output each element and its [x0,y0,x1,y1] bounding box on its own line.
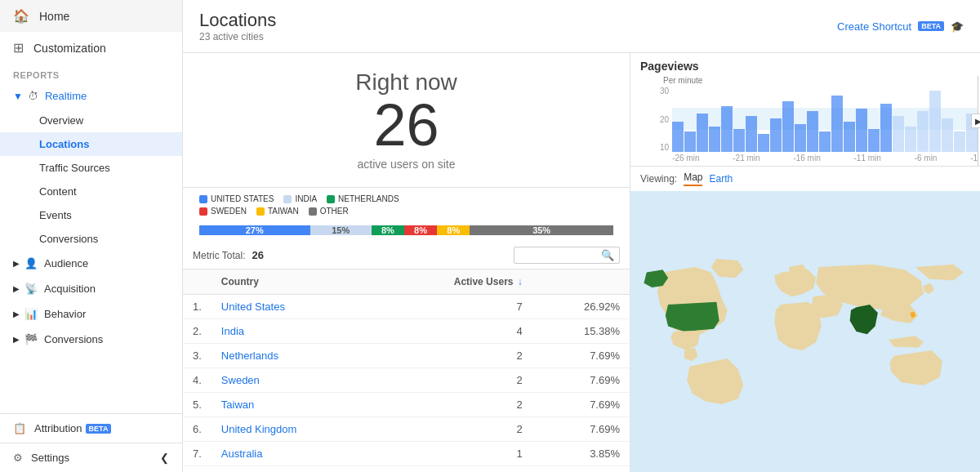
chart-bar-left [733,129,745,152]
chart-chevron-button[interactable]: ▶ [971,114,980,128]
x-label-4: -11 min [854,154,881,163]
user-pct: 15.38% [532,319,630,344]
country-link[interactable]: Taiwan [212,393,378,417]
realtime-icon: ⏱ [28,90,38,102]
country-link[interactable]: France [212,466,378,473]
map-tab-map[interactable]: Map [684,171,702,186]
table-row: 8. France 1 3.85% [183,466,630,473]
sort-icon: ↓ [518,276,523,287]
sidebar-item-settings[interactable]: ⚙ Settings [0,443,147,472]
legend-color-dot [327,195,335,203]
chart-bar-left [770,118,782,152]
metric-total-label: Metric Total: [193,250,245,261]
reports-label: REPORTS [0,64,182,83]
legend-color-dot [283,195,292,203]
country-link[interactable]: Sweden [212,368,378,393]
x-axis-left: -26 min -21 min -16 min -11 min -6 min -… [672,152,978,163]
search-input[interactable] [519,250,601,261]
right-now-section: Right now 26 active users on site [183,53,630,188]
chart-bar-left [844,122,855,153]
sidebar-sub-locations[interactable]: Locations [0,132,182,156]
pageviews-section: Pageviews Per minute 30 20 10 [630,53,980,167]
legend-color-dot [199,195,207,203]
chart-bar-left [684,131,696,152]
chart-bar-left [905,127,916,152]
legend-color-dot [256,207,265,216]
chart-bar-left [746,116,757,152]
chart-bar-left [831,96,843,152]
legend-item: SWEDEN [199,207,247,216]
sidebar-item-attribution[interactable]: 📋 Attribution BETA [0,414,182,443]
sidebar-customization-label: Customization [33,42,106,55]
country-link[interactable]: United Kingdom [212,417,378,442]
user-count: 7 [378,295,532,319]
percent-bar: 35% [470,225,613,235]
x-label-1: -26 min [672,154,699,163]
create-shortcut-button[interactable]: Create Shortcut BETA 🎓 [837,20,964,33]
sidebar-item-realtime[interactable]: ▼ ⏱ Realtime [0,83,182,109]
y-label-30: 30 [660,87,669,96]
map-container [630,191,980,472]
table-row: 3. Netherlands 2 7.69% [183,344,630,368]
row-number: 2. [183,319,212,344]
right-now-subtitle: active users on site [199,158,613,171]
sidebar-sub-traffic-sources[interactable]: Traffic Sources [0,156,182,180]
shortcut-icon: 🎓 [951,20,964,33]
behavior-icon: 📊 [24,308,38,320]
sidebar-sub-content[interactable]: Content [0,180,182,203]
chart-bar-left [697,114,708,152]
sidebar-item-home[interactable]: 🏠 Home [0,0,182,32]
legend-label: INDIA [295,194,317,203]
col-pct-header [532,269,630,295]
user-count: 2 [378,368,532,393]
chart-bar-left [709,127,720,152]
pageviews-title: Pageviews [640,60,970,73]
sidebar-settings-label: Settings [31,452,69,464]
map-tab-earth[interactable]: Earth [709,173,733,185]
acquisition-icon: 📡 [24,283,38,295]
country-link[interactable]: Netherlands [212,344,378,368]
user-pct: 26.92% [532,295,630,319]
sidebar-item-customization[interactable]: ⊞ Customization [0,32,182,64]
chart-bar-left [721,106,733,152]
metric-total-value: 26 [252,249,263,261]
right-now-number: 26 [199,96,613,154]
table-row: 2. India 4 15.38% [183,319,630,344]
legend-label: OTHER [320,207,349,216]
sidebar-item-behavior[interactable]: ▶ 📊 Behavior [0,301,182,327]
sidebar-behavior-label: Behavior [44,308,86,320]
sidebar-collapse-button[interactable]: ❮ [147,445,182,470]
sidebar-sub-conversions[interactable]: Conversions [0,227,182,251]
x-label-5: -6 min [915,154,938,163]
table-row: 6. United Kingdom 2 7.69% [183,417,630,442]
sidebar-item-audience[interactable]: ▶ 👤 Audience [0,251,182,276]
create-shortcut-label: Create Shortcut [837,20,911,33]
legend-label: TAIWAN [268,207,299,216]
sidebar-item-conversions[interactable]: ▶ 🏁 Conversions [0,327,182,352]
sidebar-sub-overview[interactable]: Overview [0,109,182,132]
chart-bar-left [954,131,965,152]
sidebar-sub-events[interactable]: Events [0,203,182,227]
country-link[interactable]: India [212,319,378,344]
legend-item: INDIA [283,194,317,203]
user-count: 2 [378,393,532,417]
user-pct: 3.85% [532,466,630,473]
search-box[interactable]: 🔍 [514,247,620,264]
country-link[interactable]: Australia [212,442,378,466]
chart-per-minute: Per minute 30 20 10 -26 min [640,76,978,166]
sidebar-item-acquisition[interactable]: ▶ 📡 Acquisition [0,276,182,301]
percent-bar: 27% [199,225,310,235]
sidebar: 🏠 Home ⊞ Customization REPORTS ▼ ⏱ Realt… [0,0,183,472]
row-number: 3. [183,344,212,368]
page-header: Locations 23 active cities Create Shortc… [183,0,980,53]
x-label-2: -21 min [733,154,760,163]
country-link[interactable]: United States [212,295,378,319]
home-icon: 🏠 [13,8,29,24]
user-count: 2 [378,344,532,368]
user-pct: 7.69% [532,417,630,442]
table-row: 4. Sweden 2 7.69% [183,368,630,393]
row-number: 8. [183,466,212,473]
settings-icon: ⚙ [13,452,23,464]
row-number: 1. [183,295,212,319]
uk-land [774,274,782,284]
